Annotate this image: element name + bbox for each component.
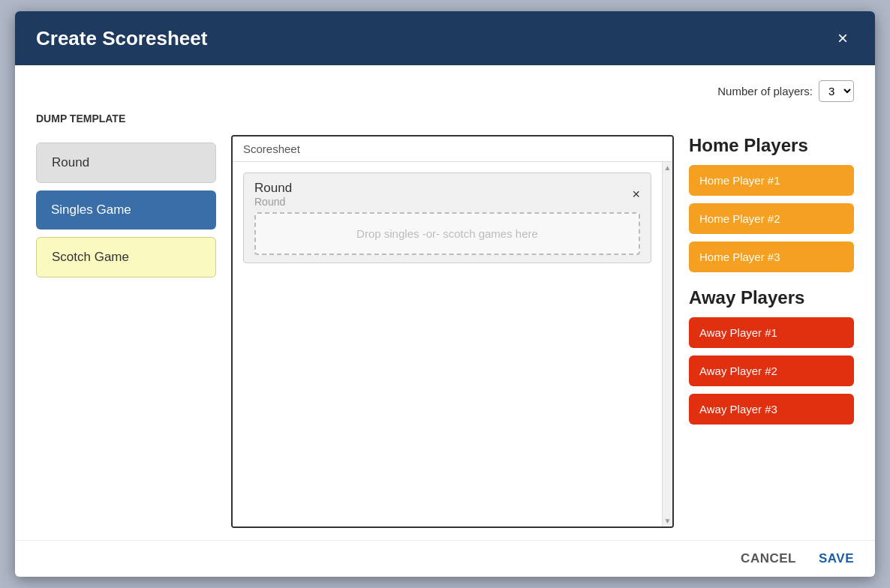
drag-item-scotch[interactable]: Scotch Game <box>36 237 216 278</box>
scroll-up-icon[interactable]: ▲ <box>664 164 672 172</box>
right-panel: Home Players Home Player #1 Home Player … <box>689 135 854 528</box>
scoresheet-body[interactable]: Round Round × Drop singles -or- scotch g… <box>233 162 662 526</box>
main-content: Round Singles Game Scotch Game Scoreshee… <box>36 135 854 528</box>
modal-body: Number of players: 3 1 2 4 5 DUMP TEMPLA… <box>15 65 875 540</box>
round-card-close-button[interactable]: × <box>632 188 640 201</box>
home-player-2-button[interactable]: Home Player #2 <box>689 203 854 234</box>
scoresheet-container: Scoresheet Round Round × <box>231 135 674 528</box>
modal-footer: CANCEL SAVE <box>15 540 875 577</box>
round-card-header: Round Round × <box>254 181 640 208</box>
home-player-3-button[interactable]: Home Player #3 <box>689 242 854 272</box>
home-players-title: Home Players <box>689 135 854 156</box>
left-panel: Round Singles Game Scotch Game <box>36 142 216 528</box>
modal-header: Create Scoresheet × <box>15 11 875 65</box>
num-players-select[interactable]: 3 1 2 4 5 <box>819 80 854 102</box>
scroll-down-icon[interactable]: ▼ <box>664 517 672 525</box>
top-bar: Number of players: 3 1 2 4 5 <box>36 80 854 102</box>
drag-item-singles[interactable]: Singles Game <box>36 190 216 230</box>
close-button[interactable]: × <box>831 26 854 50</box>
home-player-1-button[interactable]: Home Player #1 <box>689 165 854 196</box>
away-player-3-button[interactable]: Away Player #3 <box>689 394 854 424</box>
scoresheet-scrollbar[interactable]: ▲ ▼ <box>662 162 672 526</box>
create-scoresheet-modal: Create Scoresheet × Number of players: 3… <box>15 11 875 577</box>
num-players-label: Number of players: <box>717 85 813 98</box>
away-player-2-button[interactable]: Away Player #2 <box>689 356 854 386</box>
center-panel: Scoresheet Round Round × <box>231 135 674 528</box>
round-card-subtitle: Round <box>254 196 292 208</box>
round-card-title: Round <box>254 181 292 196</box>
dump-template-label: DUMP TEMPLATE <box>36 112 854 124</box>
modal-title: Create Scoresheet <box>36 27 207 50</box>
scoresheet-inner: Round Round × Drop singles -or- scotch g… <box>233 162 672 526</box>
save-button[interactable]: SAVE <box>819 551 854 566</box>
round-card-titles: Round Round <box>254 181 292 208</box>
away-player-1-button[interactable]: Away Player #1 <box>689 317 854 348</box>
drag-item-round[interactable]: Round <box>36 142 216 183</box>
scoresheet-header-label: Scoresheet <box>233 136 672 162</box>
away-players-title: Away Players <box>689 287 854 308</box>
round-card: Round Round × Drop singles -or- scotch g… <box>243 172 651 263</box>
drop-zone[interactable]: Drop singles -or- scotch games here <box>254 212 640 255</box>
cancel-button[interactable]: CANCEL <box>741 551 796 566</box>
